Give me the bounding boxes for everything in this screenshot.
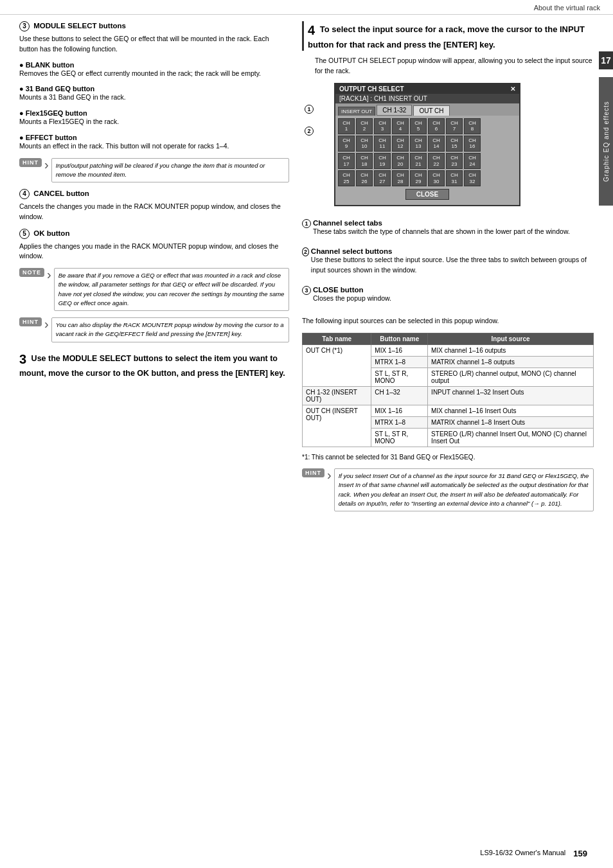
ch-btn-25[interactable]: CH25: [338, 170, 355, 186]
ann1-title: Channel select tabs: [313, 219, 382, 227]
table-cell-src-mix116-insert: MIX channel 1–16 Insert Outs: [428, 405, 594, 417]
popup-area: 1 2 3 OUTPUT CH SELECT ✕ [RACK1A] : CH1: [315, 83, 594, 207]
note1-container: NOTE › Be aware that if you remove a GEQ…: [19, 268, 289, 311]
ch-btn-10[interactable]: CH10: [356, 136, 373, 152]
ch-btn-20[interactable]: CH20: [392, 153, 409, 169]
ch-btn-14[interactable]: CH14: [428, 136, 445, 152]
ch-btn-8[interactable]: CH8: [464, 118, 481, 134]
table-cell-tab-ch132insert: CH 1-32 (INSERT OUT): [303, 387, 371, 405]
ch-btn-16[interactable]: CH16: [464, 136, 481, 152]
ch-btn-27[interactable]: CH27: [374, 170, 391, 186]
ch-btn-19[interactable]: CH19: [374, 153, 391, 169]
section3-title: 3 MODULE SELECT buttons: [19, 21, 289, 31]
bullet-blank: BLANK button Removes the GEQ or effect c…: [19, 61, 289, 79]
bullet-blank-body: Removes the GEQ or effect currently moun…: [19, 69, 289, 79]
header-title: About the virtual rack: [534, 4, 600, 12]
ch-btn-12[interactable]: CH12: [392, 136, 409, 152]
table-cell-btn-mix116-insert: MIX 1–16: [371, 405, 428, 417]
ch-btn-21[interactable]: CH21: [410, 153, 427, 169]
table-cell-btn-st-insert: ST L, ST R, MONO: [371, 429, 428, 447]
channels-row-4: CH25 CH26 CH27 CH28 CH29 CH30 CH31 CH32: [338, 170, 517, 186]
ch-btn-7[interactable]: CH7: [446, 118, 463, 134]
step4-body1: The OUTPUT CH SELECT popup window will a…: [315, 56, 594, 76]
popup-close-button[interactable]: CLOSE: [405, 189, 449, 200]
ann3-section: 3 CLOSE button Closes the popup window.: [302, 286, 594, 310]
note1-label: NOTE: [19, 268, 44, 277]
annotations-section: 1 Channel select tabs These tabs switch …: [302, 219, 594, 310]
ch-btn-23[interactable]: CH23: [446, 153, 463, 169]
main-content: 3 MODULE SELECT buttons Use these button…: [0, 21, 613, 518]
note1-text: Be aware that if you remove a GEQ or eff…: [54, 268, 289, 311]
table-row: CH 1-32 (INSERT OUT) CH 1–32 INPUT chann…: [303, 387, 594, 405]
hint2-text: You can also display the RACK MOUNTER po…: [51, 317, 289, 342]
ch-btn-30[interactable]: CH30: [428, 170, 445, 186]
ch-btn-6[interactable]: CH6: [428, 118, 445, 134]
popup-title: OUTPUT CH SELECT: [339, 85, 404, 93]
table-cell-btn-mtrx: MTRX 1–8: [371, 357, 428, 368]
section5-num: 5: [19, 229, 30, 239]
popup-tabs-area: INSERT OUT CH 1-32 OUT CH: [335, 103, 519, 116]
ch-btn-29[interactable]: CH29: [410, 170, 427, 186]
step3-num: 3: [19, 352, 26, 366]
ch-btn-2[interactable]: CH2: [356, 118, 373, 134]
section3-num: 3: [19, 21, 30, 31]
hint3-text: If you select Insert Out of a channel as…: [334, 468, 594, 511]
hint1-container: HINT › Input/output patching will be cle…: [19, 158, 289, 183]
ch-btn-11[interactable]: CH11: [374, 136, 391, 152]
hint1-text: Input/output patching will be cleared if…: [51, 158, 289, 183]
ch-btn-32[interactable]: CH32: [464, 170, 481, 186]
bullet-flex15geq-body: Mounts a Flex15GEQ in the rack.: [19, 117, 289, 127]
ann1-circle: 1: [302, 219, 311, 228]
hint3-label: HINT: [302, 468, 324, 477]
right-column: 4 To select the input source for a rack,…: [302, 21, 594, 518]
ch-btn-15[interactable]: CH15: [446, 136, 463, 152]
following-text: The following input sources can be selec…: [302, 316, 594, 326]
section4-num: 4: [19, 189, 30, 199]
bullet-blank-title: BLANK button: [19, 61, 289, 69]
ann2-title: Channel select buttons: [311, 247, 393, 255]
chapter-side-tab: Graphic EQ and effects: [599, 77, 613, 206]
ann2-section: 2 Channel select buttons Use these butto…: [302, 247, 594, 282]
ch-btn-4[interactable]: CH4: [392, 118, 409, 134]
ann3-circle: 3: [302, 286, 311, 295]
step3-container: 3 Use the MODULE SELECT buttons to selec…: [19, 350, 289, 380]
annotation1-marker: 1: [305, 105, 315, 114]
ann1-body: These tabs switch the type of channels t…: [313, 227, 570, 237]
table-cell-btn-st: ST L, ST R, MONO: [371, 368, 428, 387]
table-cell-tab-outch: OUT CH (*1): [303, 345, 371, 387]
footer-page-number: 159: [573, 849, 587, 858]
popup-close-x[interactable]: ✕: [510, 85, 515, 93]
bullet-effect: EFFECT button Mounts an effect in the ra…: [19, 134, 289, 152]
ch-btn-1[interactable]: CH1: [338, 118, 355, 134]
ch-btn-17[interactable]: CH17: [338, 153, 355, 169]
channels-row-1: CH1 CH2 CH3 CH4 CH5 CH6 CH7 CH8: [338, 118, 517, 134]
ch-btn-24[interactable]: CH24: [464, 153, 481, 169]
popup-rack-info: [RACK1A] : CH1 INSERT OUT: [335, 94, 519, 103]
popup-tab-ch132[interactable]: CH 1-32: [377, 105, 412, 116]
table-header-button: Button name: [371, 333, 428, 345]
popup-titlebar: OUTPUT CH SELECT ✕: [335, 84, 519, 94]
ch-btn-22[interactable]: CH22: [428, 153, 445, 169]
table-cell-src-st: STEREO (L/R) channel output, MONO (C) ch…: [428, 368, 594, 387]
table-cell-tab-outchinsert: OUT CH (INSERT OUT): [303, 405, 371, 447]
ch-btn-3[interactable]: CH3: [374, 118, 391, 134]
bullet-effect-title: EFFECT button: [19, 134, 289, 141]
ann2-circle: 2: [302, 247, 309, 256]
page-header: About the virtual rack: [0, 0, 613, 15]
popup-tab-outch[interactable]: OUT CH: [413, 105, 449, 116]
ch-btn-31[interactable]: CH31: [446, 170, 463, 186]
ch-btn-18[interactable]: CH18: [356, 153, 373, 169]
ann3-title: CLOSE button: [313, 286, 364, 294]
table-cell-src-mtrx: MATRIX channel 1–8 outputs: [428, 357, 594, 368]
ch-btn-26[interactable]: CH26: [356, 170, 373, 186]
ch-btn-13[interactable]: CH13: [410, 136, 427, 152]
table-cell-src-st-insert: STEREO (L/R) channel Insert Out, MONO (C…: [428, 429, 594, 447]
ch-btn-9[interactable]: CH9: [338, 136, 355, 152]
ch-btn-5[interactable]: CH5: [410, 118, 427, 134]
ch-btn-28[interactable]: CH28: [392, 170, 409, 186]
section5-body: Applies the changes you made in the RACK…: [19, 242, 289, 262]
step4-heading: 4 To select the input source for a rack,…: [302, 21, 594, 51]
footer: LS9-16/32 Owner's Manual 159: [0, 849, 613, 858]
hint1-label: HINT: [19, 158, 42, 167]
channels-row-3: CH17 CH18 CH19 CH20 CH21 CH22 CH23 CH24: [338, 153, 517, 169]
